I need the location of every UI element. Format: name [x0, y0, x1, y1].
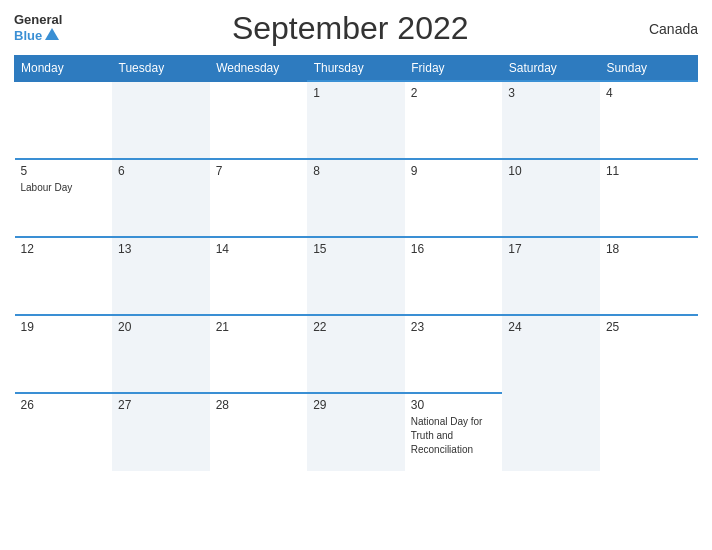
holiday-label: National Day for Truth and Reconciliatio… [411, 416, 483, 455]
calendar-day-cell: 1 [307, 81, 405, 159]
day-number: 19 [21, 320, 107, 334]
calendar-day-cell: 24 [502, 315, 600, 393]
logo-blue-text: Blue [14, 29, 42, 42]
calendar-day-cell: 13 [112, 237, 210, 315]
calendar-week-row: 1234 [15, 81, 698, 159]
day-number: 28 [216, 398, 302, 412]
day-number: 1 [313, 86, 399, 100]
calendar-day-cell: 14 [210, 237, 308, 315]
calendar-day-cell: 28 [210, 393, 308, 471]
day-number: 10 [508, 164, 594, 178]
day-number: 13 [118, 242, 204, 256]
calendar-week-row: 12131415161718 [15, 237, 698, 315]
calendar-day-cell: 9 [405, 159, 503, 237]
calendar-day-cell [600, 393, 698, 471]
calendar-day-cell: 20 [112, 315, 210, 393]
weekday-friday: Friday [405, 56, 503, 82]
day-number: 26 [21, 398, 107, 412]
calendar-day-cell: 23 [405, 315, 503, 393]
calendar-week-row: 19202122232425 [15, 315, 698, 393]
calendar-header: Monday Tuesday Wednesday Thursday Friday… [15, 56, 698, 82]
day-number: 2 [411, 86, 497, 100]
header: General Blue September 2022 Canada [14, 10, 698, 47]
calendar-day-cell [15, 81, 113, 159]
day-number: 24 [508, 320, 594, 334]
day-number: 21 [216, 320, 302, 334]
calendar-day-cell: 29 [307, 393, 405, 471]
calendar-day-cell: 30National Day for Truth and Reconciliat… [405, 393, 503, 471]
calendar-day-cell: 4 [600, 81, 698, 159]
calendar-title: September 2022 [62, 10, 638, 47]
calendar-day-cell: 27 [112, 393, 210, 471]
day-number: 6 [118, 164, 204, 178]
logo-general-text: General [14, 13, 62, 26]
day-number: 3 [508, 86, 594, 100]
day-number: 8 [313, 164, 399, 178]
calendar-page: General Blue September 2022 Canada Monda… [0, 0, 712, 550]
weekday-thursday: Thursday [307, 56, 405, 82]
logo-icon [43, 26, 61, 44]
weekday-saturday: Saturday [502, 56, 600, 82]
calendar-day-cell: 22 [307, 315, 405, 393]
weekday-header-row: Monday Tuesday Wednesday Thursday Friday… [15, 56, 698, 82]
day-number: 11 [606, 164, 692, 178]
holiday-label: Labour Day [21, 182, 73, 193]
day-number: 20 [118, 320, 204, 334]
weekday-monday: Monday [15, 56, 113, 82]
calendar-day-cell: 18 [600, 237, 698, 315]
day-number: 9 [411, 164, 497, 178]
calendar-day-cell: 7 [210, 159, 308, 237]
calendar-day-cell: 6 [112, 159, 210, 237]
calendar-week-row: 2627282930National Day for Truth and Rec… [15, 393, 698, 471]
day-number: 22 [313, 320, 399, 334]
day-number: 15 [313, 242, 399, 256]
calendar-day-cell: 17 [502, 237, 600, 315]
weekday-sunday: Sunday [600, 56, 698, 82]
calendar-body: 12345Labour Day6789101112131415161718192… [15, 81, 698, 471]
day-number: 29 [313, 398, 399, 412]
calendar-day-cell: 3 [502, 81, 600, 159]
calendar-day-cell: 26 [15, 393, 113, 471]
calendar-day-cell [210, 81, 308, 159]
calendar-day-cell: 15 [307, 237, 405, 315]
day-number: 23 [411, 320, 497, 334]
day-number: 14 [216, 242, 302, 256]
calendar-day-cell [502, 393, 600, 471]
calendar-day-cell: 5Labour Day [15, 159, 113, 237]
calendar-day-cell: 21 [210, 315, 308, 393]
calendar-week-row: 5Labour Day67891011 [15, 159, 698, 237]
calendar-table: Monday Tuesday Wednesday Thursday Friday… [14, 55, 698, 471]
day-number: 18 [606, 242, 692, 256]
calendar-day-cell: 25 [600, 315, 698, 393]
day-number: 27 [118, 398, 204, 412]
day-number: 5 [21, 164, 107, 178]
calendar-day-cell: 12 [15, 237, 113, 315]
calendar-day-cell: 2 [405, 81, 503, 159]
day-number: 12 [21, 242, 107, 256]
weekday-tuesday: Tuesday [112, 56, 210, 82]
day-number: 17 [508, 242, 594, 256]
day-number: 7 [216, 164, 302, 178]
svg-marker-0 [45, 28, 59, 40]
weekday-wednesday: Wednesday [210, 56, 308, 82]
calendar-day-cell [112, 81, 210, 159]
calendar-day-cell: 8 [307, 159, 405, 237]
day-number: 25 [606, 320, 692, 334]
calendar-day-cell: 16 [405, 237, 503, 315]
calendar-day-cell: 11 [600, 159, 698, 237]
country-label: Canada [638, 21, 698, 37]
logo: General Blue [14, 13, 62, 44]
day-number: 30 [411, 398, 497, 412]
day-number: 4 [606, 86, 692, 100]
calendar-day-cell: 19 [15, 315, 113, 393]
day-number: 16 [411, 242, 497, 256]
calendar-day-cell: 10 [502, 159, 600, 237]
